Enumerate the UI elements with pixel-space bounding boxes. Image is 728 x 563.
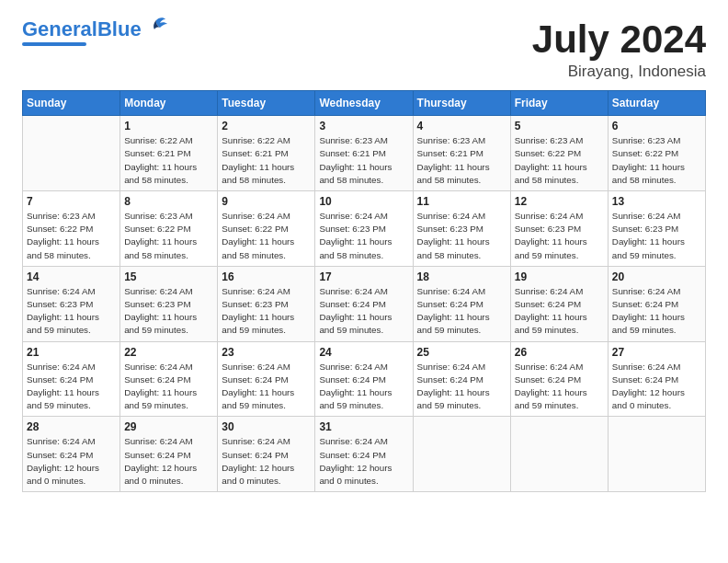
- day-number: 5: [515, 120, 604, 132]
- calendar-week-3: 14Sunrise: 6:24 AM Sunset: 6:23 PM Dayli…: [23, 266, 706, 341]
- day-number: 17: [319, 270, 408, 283]
- calendar-day: 30Sunrise: 6:24 AM Sunset: 6:24 PM Dayli…: [218, 417, 315, 492]
- day-info: Sunrise: 6:24 AM Sunset: 6:23 PM Dayligh…: [515, 210, 604, 262]
- day-info: Sunrise: 6:24 AM Sunset: 6:23 PM Dayligh…: [222, 285, 311, 338]
- day-info: Sunrise: 6:24 AM Sunset: 6:22 PM Dayligh…: [222, 210, 311, 262]
- calendar-day: 7Sunrise: 6:23 AM Sunset: 6:22 PM Daylig…: [23, 191, 120, 267]
- day-info: Sunrise: 6:24 AM Sunset: 6:23 PM Dayligh…: [319, 210, 408, 262]
- logo-underline: [22, 42, 86, 46]
- calendar-week-1: 1Sunrise: 6:22 AM Sunset: 6:21 PM Daylig…: [23, 116, 706, 191]
- day-info: Sunrise: 6:24 AM Sunset: 6:23 PM Dayligh…: [124, 285, 213, 338]
- day-info: Sunrise: 6:24 AM Sunset: 6:24 PM Dayligh…: [319, 285, 408, 338]
- calendar-table: Sunday Monday Tuesday Wednesday Thursday…: [22, 90, 706, 492]
- col-tuesday: Tuesday: [218, 91, 315, 116]
- calendar-day: 22Sunrise: 6:24 AM Sunset: 6:24 PM Dayli…: [120, 341, 218, 417]
- day-info: Sunrise: 6:24 AM Sunset: 6:24 PM Dayligh…: [612, 285, 701, 338]
- calendar-day: 20Sunrise: 6:24 AM Sunset: 6:24 PM Dayli…: [608, 266, 705, 341]
- day-info: Sunrise: 6:23 AM Sunset: 6:22 PM Dayligh…: [27, 210, 116, 262]
- col-saturday: Saturday: [608, 91, 705, 116]
- calendar-day: 12Sunrise: 6:24 AM Sunset: 6:23 PM Dayli…: [510, 191, 608, 267]
- day-info: Sunrise: 6:24 AM Sunset: 6:24 PM Dayligh…: [417, 285, 506, 338]
- day-number: 1: [124, 120, 213, 132]
- calendar-day: 23Sunrise: 6:24 AM Sunset: 6:24 PM Dayli…: [218, 341, 315, 417]
- logo-bird-icon: [143, 15, 169, 40]
- calendar-day: 1Sunrise: 6:22 AM Sunset: 6:21 PM Daylig…: [120, 116, 218, 191]
- day-number: 11: [417, 195, 506, 208]
- day-info: Sunrise: 6:23 AM Sunset: 6:22 PM Dayligh…: [612, 134, 701, 187]
- month-title: July 2024: [532, 18, 706, 61]
- title-block: July 2024 Birayang, Indonesia: [532, 18, 706, 81]
- logo-blue: Blue: [97, 17, 142, 40]
- day-info: Sunrise: 6:23 AM Sunset: 6:21 PM Dayligh…: [319, 134, 408, 187]
- day-number: 7: [27, 195, 116, 208]
- day-info: Sunrise: 6:22 AM Sunset: 6:21 PM Dayligh…: [222, 134, 311, 187]
- day-info: Sunrise: 6:22 AM Sunset: 6:21 PM Dayligh…: [124, 134, 213, 187]
- day-info: Sunrise: 6:24 AM Sunset: 6:24 PM Dayligh…: [27, 361, 116, 413]
- day-info: Sunrise: 6:24 AM Sunset: 6:23 PM Dayligh…: [417, 210, 506, 262]
- day-number: 10: [319, 195, 408, 208]
- calendar-day: 14Sunrise: 6:24 AM Sunset: 6:23 PM Dayli…: [23, 266, 120, 341]
- calendar-header: Sunday Monday Tuesday Wednesday Thursday…: [23, 91, 706, 116]
- calendar-day: [413, 417, 510, 492]
- day-number: 14: [27, 270, 116, 283]
- day-info: Sunrise: 6:23 AM Sunset: 6:22 PM Dayligh…: [124, 210, 213, 262]
- calendar-week-5: 28Sunrise: 6:24 AM Sunset: 6:24 PM Dayli…: [23, 417, 706, 492]
- calendar-week-2: 7Sunrise: 6:23 AM Sunset: 6:22 PM Daylig…: [23, 191, 706, 267]
- day-number: 20: [612, 270, 701, 283]
- logo-general: General: [22, 17, 97, 40]
- day-info: Sunrise: 6:24 AM Sunset: 6:23 PM Dayligh…: [612, 210, 701, 262]
- day-info: Sunrise: 6:24 AM Sunset: 6:24 PM Dayligh…: [27, 435, 116, 488]
- day-number: 16: [222, 270, 311, 283]
- day-number: 19: [515, 270, 604, 283]
- day-number: 21: [27, 346, 116, 359]
- calendar-day: 19Sunrise: 6:24 AM Sunset: 6:24 PM Dayli…: [510, 266, 608, 341]
- calendar-day: 13Sunrise: 6:24 AM Sunset: 6:23 PM Dayli…: [608, 191, 705, 267]
- day-number: 23: [222, 346, 311, 359]
- col-sunday: Sunday: [23, 91, 120, 116]
- calendar-day: 5Sunrise: 6:23 AM Sunset: 6:22 PM Daylig…: [510, 116, 608, 191]
- calendar-day: 6Sunrise: 6:23 AM Sunset: 6:22 PM Daylig…: [608, 116, 705, 191]
- calendar-day: 26Sunrise: 6:24 AM Sunset: 6:24 PM Dayli…: [510, 341, 608, 417]
- day-number: 13: [612, 195, 701, 208]
- day-number: 31: [319, 420, 408, 433]
- col-friday: Friday: [510, 91, 608, 116]
- day-number: 24: [319, 346, 408, 359]
- day-info: Sunrise: 6:24 AM Sunset: 6:24 PM Dayligh…: [124, 435, 213, 488]
- day-info: Sunrise: 6:23 AM Sunset: 6:21 PM Dayligh…: [417, 134, 506, 187]
- col-thursday: Thursday: [413, 91, 510, 116]
- location: Birayang, Indonesia: [532, 63, 706, 81]
- calendar-day: 16Sunrise: 6:24 AM Sunset: 6:23 PM Dayli…: [218, 266, 315, 341]
- calendar-body: 1Sunrise: 6:22 AM Sunset: 6:21 PM Daylig…: [23, 116, 706, 492]
- calendar-day: 25Sunrise: 6:24 AM Sunset: 6:24 PM Dayli…: [413, 341, 510, 417]
- calendar-day: 8Sunrise: 6:23 AM Sunset: 6:22 PM Daylig…: [120, 191, 218, 267]
- day-info: Sunrise: 6:24 AM Sunset: 6:24 PM Dayligh…: [222, 361, 311, 413]
- day-number: 15: [124, 270, 213, 283]
- day-number: 30: [222, 420, 311, 433]
- day-info: Sunrise: 6:24 AM Sunset: 6:24 PM Dayligh…: [515, 361, 604, 413]
- day-number: 28: [27, 420, 116, 433]
- header: GeneralBlue July 2024 Birayang, Indonesi…: [22, 18, 706, 81]
- day-number: 27: [612, 346, 701, 359]
- day-info: Sunrise: 6:24 AM Sunset: 6:23 PM Dayligh…: [27, 285, 116, 338]
- calendar-day: 3Sunrise: 6:23 AM Sunset: 6:21 PM Daylig…: [315, 116, 413, 191]
- day-number: 12: [515, 195, 604, 208]
- calendar-day: 28Sunrise: 6:24 AM Sunset: 6:24 PM Dayli…: [23, 417, 120, 492]
- calendar-day: 29Sunrise: 6:24 AM Sunset: 6:24 PM Dayli…: [120, 417, 218, 492]
- calendar-day: 24Sunrise: 6:24 AM Sunset: 6:24 PM Dayli…: [315, 341, 413, 417]
- calendar-day: 10Sunrise: 6:24 AM Sunset: 6:23 PM Dayli…: [315, 191, 413, 267]
- day-number: 22: [124, 346, 213, 359]
- day-number: 2: [222, 120, 311, 132]
- calendar-day: [608, 417, 705, 492]
- day-info: Sunrise: 6:24 AM Sunset: 6:24 PM Dayligh…: [222, 435, 311, 488]
- logo: GeneralBlue: [22, 18, 169, 46]
- col-monday: Monday: [120, 91, 218, 116]
- calendar-day: 27Sunrise: 6:24 AM Sunset: 6:24 PM Dayli…: [608, 341, 705, 417]
- day-info: Sunrise: 6:24 AM Sunset: 6:24 PM Dayligh…: [124, 361, 213, 413]
- day-info: Sunrise: 6:23 AM Sunset: 6:22 PM Dayligh…: [515, 134, 604, 187]
- day-info: Sunrise: 6:24 AM Sunset: 6:24 PM Dayligh…: [319, 361, 408, 413]
- calendar-day: 9Sunrise: 6:24 AM Sunset: 6:22 PM Daylig…: [218, 191, 315, 267]
- calendar-day: [23, 116, 120, 191]
- col-wednesday: Wednesday: [315, 91, 413, 116]
- calendar-day: 21Sunrise: 6:24 AM Sunset: 6:24 PM Dayli…: [23, 341, 120, 417]
- calendar-day: 2Sunrise: 6:22 AM Sunset: 6:21 PM Daylig…: [218, 116, 315, 191]
